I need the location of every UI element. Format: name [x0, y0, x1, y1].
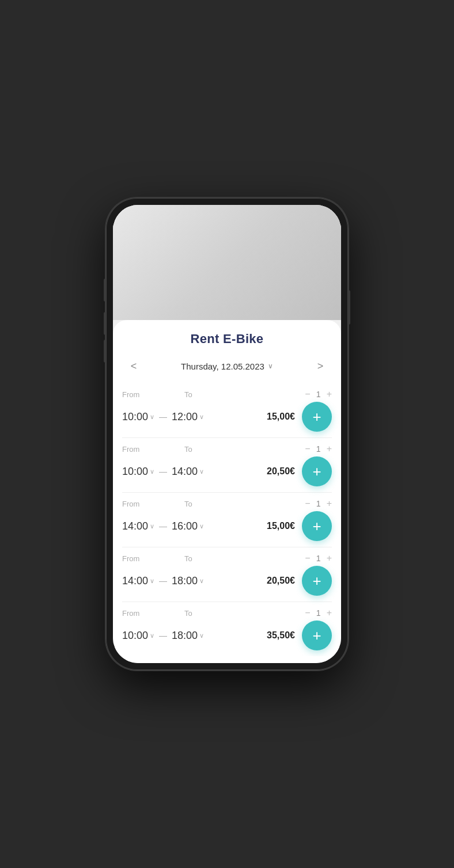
to-time-value-4: 18:00 [172, 575, 198, 587]
plus-icon-5: + [312, 628, 321, 643]
qty-decrease-btn-1[interactable]: − [305, 389, 310, 399]
qty-increase-btn-2[interactable]: + [327, 444, 332, 454]
add-button-3[interactable]: + [302, 511, 332, 541]
prev-date-button[interactable]: < [124, 357, 143, 375]
slot-header-5: From To − 1 + [122, 608, 332, 618]
date-display[interactable]: Thursday, 12.05.2023 ∨ [147, 361, 307, 371]
slot-header-3: From To − 1 + [122, 498, 332, 509]
qty-value-2: 1 [315, 444, 322, 454]
to-time-picker-3[interactable]: 16:00 ∨ [172, 520, 204, 532]
qty-increase-btn-3[interactable]: + [327, 498, 332, 509]
quantity-controls-2: − 1 + [305, 444, 332, 454]
quantity-controls-4: − 1 + [305, 553, 332, 564]
add-button-4[interactable]: + [302, 566, 332, 596]
slots-container: From To − 1 + 10:00 ∨ — 12:00 ∨ 1 [113, 383, 341, 656]
qty-increase-btn-4[interactable]: + [327, 553, 332, 564]
time-section-5: 10:00 ∨ — 18:00 ∨ [122, 630, 267, 642]
qty-value-4: 1 [315, 554, 322, 563]
page-title: Rent E-Bike [127, 332, 327, 347]
from-to-labels-2: From To [122, 445, 305, 454]
slot-row-2: From To − 1 + 10:00 ∨ — 14:00 ∨ 2 [122, 437, 332, 492]
from-time-picker-3[interactable]: 14:00 ∨ [122, 520, 154, 532]
from-time-picker-5[interactable]: 10:00 ∨ [122, 630, 154, 642]
slot-body-5: 10:00 ∨ — 18:00 ∨ 35,50€ + [122, 620, 332, 650]
quantity-controls-1: − 1 + [305, 389, 332, 399]
to-time-chevron-5: ∨ [199, 632, 204, 639]
quantity-controls-3: − 1 + [305, 498, 332, 509]
time-dash-5: — [159, 631, 167, 640]
qty-decrease-btn-3[interactable]: − [305, 498, 310, 509]
plus-icon-4: + [312, 573, 321, 588]
price-display-5: 35,50€ [267, 630, 295, 641]
from-time-value-3: 14:00 [122, 520, 148, 532]
slot-body-4: 14:00 ∨ — 18:00 ∨ 20,50€ + [122, 566, 332, 596]
phone-shell: Rent E-Bike < Thursday, 12.05.2023 ∨ > F… [106, 198, 348, 670]
from-label-5: From [122, 609, 168, 618]
qty-decrease-btn-2[interactable]: − [305, 444, 310, 454]
to-time-chevron-4: ∨ [199, 577, 204, 585]
price-display-1: 15,00€ [267, 412, 295, 422]
phone-screen: Rent E-Bike < Thursday, 12.05.2023 ∨ > F… [113, 205, 341, 663]
to-time-value-5: 18:00 [172, 630, 198, 642]
add-button-2[interactable]: + [302, 456, 332, 486]
bike-image [113, 205, 341, 320]
qty-increase-btn-5[interactable]: + [327, 608, 332, 618]
to-time-value-1: 12:00 [172, 411, 198, 423]
qty-increase-btn-1[interactable]: + [327, 389, 332, 399]
screen-content: Rent E-Bike < Thursday, 12.05.2023 ∨ > F… [113, 205, 341, 663]
to-time-value-3: 16:00 [172, 520, 198, 532]
slot-body-1: 10:00 ∨ — 12:00 ∨ 15,00€ + [122, 402, 332, 432]
time-section-3: 14:00 ∨ — 16:00 ∨ [122, 520, 267, 532]
from-label-3: From [122, 500, 168, 508]
from-label-1: From [122, 390, 168, 399]
to-time-picker-5[interactable]: 18:00 ∨ [172, 630, 204, 642]
content-area: Rent E-Bike < Thursday, 12.05.2023 ∨ > F… [113, 320, 341, 663]
to-time-chevron-3: ∨ [199, 523, 204, 530]
slot-row-3: From To − 1 + 14:00 ∨ — 16:00 ∨ 1 [122, 492, 332, 547]
next-date-button[interactable]: > [311, 357, 330, 375]
to-time-value-2: 14:00 [172, 466, 198, 478]
price-display-3: 15,00€ [267, 521, 295, 531]
from-time-picker-4[interactable]: 14:00 ∨ [122, 575, 154, 587]
slot-body-2: 10:00 ∨ — 14:00 ∨ 20,50€ + [122, 456, 332, 486]
from-to-labels-3: From To [122, 500, 305, 508]
from-time-picker-1[interactable]: 10:00 ∨ [122, 411, 154, 423]
from-time-value-2: 10:00 [122, 466, 148, 478]
to-time-picker-1[interactable]: 12:00 ∨ [172, 411, 204, 423]
time-dash-4: — [159, 576, 167, 585]
slot-row-4: From To − 1 + 14:00 ∨ — 18:00 ∨ 2 [122, 547, 332, 601]
plus-icon-3: + [312, 519, 321, 534]
current-date-text: Thursday, 12.05.2023 [181, 361, 264, 371]
from-time-value-5: 10:00 [122, 630, 148, 642]
qty-value-5: 1 [315, 608, 322, 618]
from-to-labels-1: From To [122, 390, 305, 399]
slot-row-1: From To − 1 + 10:00 ∨ — 12:00 ∨ 1 [122, 383, 332, 437]
qty-value-3: 1 [315, 499, 322, 508]
date-chevron-icon: ∨ [268, 362, 273, 370]
qty-decrease-btn-4[interactable]: − [305, 553, 310, 564]
from-time-picker-2[interactable]: 10:00 ∨ [122, 466, 154, 478]
to-time-chevron-2: ∨ [199, 468, 204, 475]
add-button-5[interactable]: + [302, 620, 332, 650]
add-button-1[interactable]: + [302, 402, 332, 432]
slot-row-5: From To − 1 + 10:00 ∨ — 18:00 ∨ 3 [122, 601, 332, 656]
title-section: Rent E-Bike [113, 320, 341, 352]
slot-header-2: From To − 1 + [122, 444, 332, 454]
to-time-picker-4[interactable]: 18:00 ∨ [172, 575, 204, 587]
time-section-4: 14:00 ∨ — 18:00 ∨ [122, 575, 267, 587]
to-label-1: To [184, 390, 192, 399]
qty-decrease-btn-5[interactable]: − [305, 608, 310, 618]
from-time-chevron-1: ∨ [150, 413, 154, 421]
from-time-chevron-3: ∨ [150, 523, 154, 530]
price-display-2: 20,50€ [267, 466, 295, 477]
plus-icon-1: + [312, 409, 321, 424]
time-section-2: 10:00 ∨ — 14:00 ∨ [122, 466, 267, 478]
from-to-labels-5: From To [122, 609, 305, 618]
time-dash-1: — [159, 412, 167, 421]
from-time-chevron-2: ∨ [150, 468, 154, 475]
from-time-chevron-5: ∨ [150, 632, 154, 639]
to-time-picker-2[interactable]: 14:00 ∨ [172, 466, 204, 478]
to-label-4: To [184, 554, 192, 563]
price-display-4: 20,50€ [267, 576, 295, 586]
to-label-5: To [184, 609, 192, 618]
